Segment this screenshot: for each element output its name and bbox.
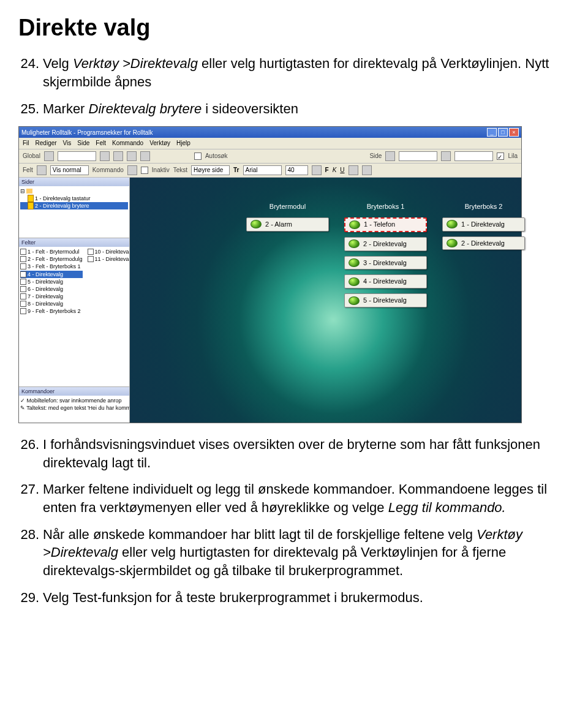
select-font[interactable]: Arial (243, 165, 282, 175)
menu-felt[interactable]: Felt (96, 139, 106, 148)
italic-icon[interactable]: K (333, 166, 337, 175)
toolbar-icon[interactable] (100, 151, 110, 161)
step-29: 29. Velg Test-funksjon for å teste bruke… (43, 589, 570, 607)
toolbar-icon[interactable] (127, 165, 137, 175)
page-icon (28, 202, 34, 209)
page-title: Direkte valg (18, 12, 570, 43)
tree-item[interactable]: 1 - Direktevalg tastatur (35, 195, 91, 202)
menu-verktoy[interactable]: Verktøy (149, 139, 170, 148)
window-title: Muligheter Rolltalk - Programsnekker for… (21, 129, 153, 137)
kommandoer-list[interactable]: ✓ Mobiltelefon: svar innkommende anrop ✎… (19, 396, 129, 423)
select-hoyre[interactable]: Høyre side (191, 165, 230, 175)
bold-icon[interactable]: F (325, 166, 329, 175)
toolbar-icon[interactable] (44, 151, 54, 161)
maximize-button[interactable]: □ (498, 128, 508, 137)
menu-kommando[interactable]: Kommando (112, 139, 143, 148)
left-panel: Sider ⊟ 1 - Direktevalg tastatur 2 - Dir… (19, 178, 130, 423)
text: i sideoversikten (202, 101, 298, 116)
menu-vis[interactable]: Vis (63, 139, 72, 148)
step-number: 27. (18, 480, 39, 499)
step-28: 28. Når alle ønskede kommandoer har blit… (43, 525, 570, 580)
toolbar-icon[interactable] (312, 165, 322, 175)
checkbox-inaktiv[interactable] (141, 167, 148, 174)
term: Legg til kommando. (388, 500, 506, 515)
step-26: 26. I forhåndsvisningsvinduet vises over… (43, 435, 570, 472)
label-autosok: Autosøk (205, 152, 228, 160)
toolbar-dropdown[interactable] (454, 151, 493, 161)
label-lila: Lila (508, 152, 518, 160)
switch-card[interactable]: 3 - Direktevalg (344, 256, 427, 270)
select-visnormal[interactable]: Vis normal (50, 165, 89, 175)
menu-fil[interactable]: Fil (23, 139, 29, 148)
checkbox-lila[interactable]: ✓ (497, 153, 504, 160)
toolbar-icon[interactable] (385, 151, 395, 161)
list-item[interactable]: 11 - Direktevalg (95, 255, 129, 263)
list-item[interactable]: 3 - Felt - Bryterboks 1 (28, 263, 81, 270)
app-window: Muligheter Rolltalk - Programsnekker for… (18, 126, 522, 423)
underline-icon[interactable]: U (340, 166, 344, 175)
list-item[interactable]: 6 - Direktevalg (28, 285, 63, 293)
panel-header-kommandoer: Kommandoer (19, 387, 129, 396)
list-item[interactable]: 2 - Felt - Brytermodulg (28, 255, 83, 263)
column-header: Bryterboks 1 (344, 202, 427, 211)
text: Marker (43, 101, 89, 116)
menu-hjelp[interactable]: Hjelp (176, 139, 190, 148)
list-item[interactable]: 1 - Felt - Brytermodul (28, 248, 80, 255)
toolbar-icon[interactable] (37, 165, 47, 175)
menu-side[interactable]: Side (77, 139, 89, 148)
toolbar-dropdown[interactable] (58, 151, 96, 161)
led-icon (349, 220, 360, 229)
list-item[interactable]: 9 - Felt - Bryterboks 2 (28, 307, 81, 315)
toolbar-icon[interactable] (140, 151, 150, 161)
list-item[interactable]: Taltekst: med egen tekst 'Hei du har kom… (26, 405, 129, 411)
step-number: 26. (18, 435, 39, 454)
step-24: 24. Velg Verktøy >Direktevalg eller velg… (43, 55, 570, 91)
page-icon (28, 195, 34, 202)
text: Når alle ønskede kommandoer har blitt la… (43, 527, 477, 542)
led-icon (447, 220, 458, 228)
switch-card[interactable]: 1 - Direktevalg (442, 217, 525, 232)
toolbar-global: Global Autosøk Side ✓ Lila (19, 149, 521, 164)
tree-item-selected[interactable]: 2 - Direktevalg brytere (35, 202, 89, 209)
list-item[interactable]: Mobiltelefon: svar innkommende anrop (27, 397, 122, 404)
switch-card[interactable]: 5 - Direktevalg (344, 293, 427, 307)
toolbar-dropdown[interactable] (399, 151, 437, 161)
switch-card[interactable]: 2 - Direktevalg (442, 236, 525, 250)
toolbar-icon[interactable] (113, 151, 123, 161)
panel-header-sider: Sider (19, 178, 129, 186)
list-item[interactable]: 7 - Direktevalg (28, 293, 63, 300)
instruction-list-cont: 26. I forhåndsvisningsvinduet vises over… (18, 435, 570, 607)
toolbar-icon[interactable] (362, 165, 372, 175)
toolbar-icon[interactable] (349, 165, 358, 175)
select-fontsize[interactable]: 40 (285, 165, 308, 175)
titlebar: Muligheter Rolltalk - Programsnekker for… (19, 127, 521, 138)
felter-list[interactable]: 1 - Felt - Brytermodul 2 - Felt - Bryter… (19, 247, 129, 387)
switch-card[interactable]: 2 - Alarm (246, 217, 329, 232)
list-item[interactable]: 5 - Direktevalg (28, 278, 63, 285)
checkbox-autosok[interactable] (194, 153, 202, 160)
switch-card[interactable]: 2 - Direktevalg (344, 237, 427, 251)
close-button[interactable]: × (509, 128, 519, 137)
toolbar-icon[interactable] (441, 151, 451, 161)
minimize-button[interactable]: _ (487, 128, 497, 137)
label-tekst: Tekst (173, 166, 187, 175)
step-27: 27. Marker feltene individuelt og legg t… (43, 480, 570, 516)
label-global: Global (23, 152, 40, 160)
led-icon (251, 220, 262, 228)
list-item[interactable]: 10 - Direktevalg (95, 248, 129, 255)
toolbar-icon[interactable] (127, 151, 137, 161)
list-item-selected[interactable]: 4 - Direktevalg (28, 271, 63, 278)
list-item[interactable]: 8 - Direktevalg (28, 300, 63, 307)
step-25: 25. Marker Direktevalg brytere i sideove… (43, 100, 570, 118)
label-inaktiv: Inaktiv (152, 166, 170, 175)
toolbar-felt: Felt Vis normal Kommando Inaktiv Tekst H… (19, 164, 521, 178)
label-kommando: Kommando (92, 166, 124, 175)
step-number: 24. (18, 55, 39, 73)
led-icon (349, 277, 360, 286)
switch-card-selected[interactable]: 1 - Telefon (344, 217, 427, 232)
sider-tree[interactable]: ⊟ 1 - Direktevalg tastatur 2 - Direkteva… (19, 186, 129, 238)
text: Velg Test-funksjon for å teste brukerpro… (43, 590, 423, 605)
menu-rediger[interactable]: Rediger (36, 139, 57, 148)
step-number: 25. (18, 100, 39, 118)
switch-card[interactable]: 4 - Direktevalg (344, 274, 427, 288)
